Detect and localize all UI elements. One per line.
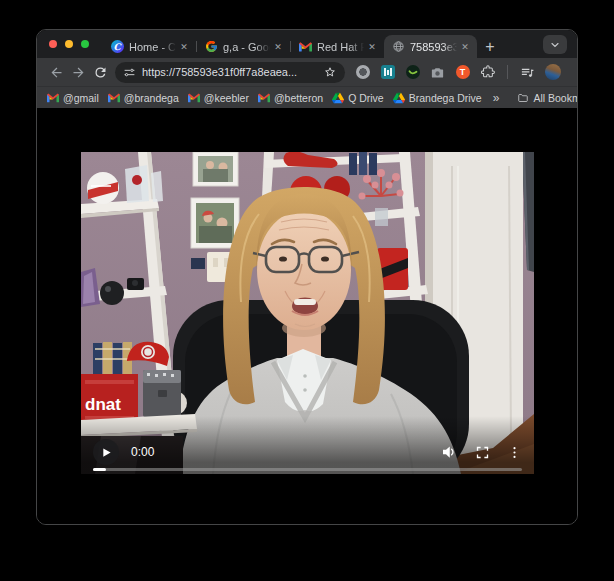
close-tab-icon[interactable]: ✕	[458, 40, 472, 54]
page-content: dnat 0:00	[37, 108, 577, 525]
bookmark-q-drive[interactable]: Q Drive	[332, 92, 384, 104]
svg-text:dnat: dnat	[85, 395, 121, 414]
close-tab-icon[interactable]: ✕	[365, 40, 379, 54]
tab-google-search[interactable]: g,a - Googl ✕	[197, 35, 290, 58]
bookmark-label: Q Drive	[348, 92, 384, 104]
speaker-icon	[440, 443, 458, 461]
orange-t-extension-icon[interactable]: T	[455, 65, 470, 80]
dial-extension-icon[interactable]	[355, 65, 370, 80]
bookmark-label: @betteron	[274, 92, 323, 104]
video-progress-played	[93, 468, 106, 471]
tab-red-hat[interactable]: Red Hat Rec ✕	[291, 35, 384, 58]
video-progress-bar[interactable]	[93, 468, 522, 471]
bookmarks-bar: @gmail @brandega @keebler @betteron Q Dr…	[37, 86, 577, 108]
tab-label: Home - Can	[129, 41, 177, 53]
gmail-icon	[108, 92, 120, 104]
chevron-down-icon	[549, 39, 561, 51]
url-text[interactable]: https://758593e31f0ff7a8eaea...	[142, 66, 317, 78]
back-arrow-icon	[49, 65, 64, 80]
bookmark-gmail[interactable]: @gmail	[47, 92, 99, 104]
bookmark-star-icon[interactable]	[323, 65, 337, 79]
bookmark-betteron[interactable]: @betteron	[258, 92, 323, 104]
extensions-row: T	[355, 64, 578, 80]
photo-frame-bottom	[191, 198, 239, 248]
video-controls: 0:00	[81, 438, 534, 466]
back-button[interactable]	[45, 61, 67, 83]
bookmark-keebler[interactable]: @keebler	[188, 92, 249, 104]
gmail-icon	[47, 92, 59, 104]
address-bar[interactable]: https://758593e31f0ff7a8eaea...	[115, 62, 345, 83]
tab-label: Red Hat Rec	[317, 41, 365, 53]
toolbar: https://758593e31f0ff7a8eaea... T	[37, 58, 577, 86]
video-more-options-button[interactable]	[507, 445, 522, 460]
browser-window: C Home - Can ✕ g,a - Googl ✕ Red Hat Rec…	[36, 29, 578, 525]
tab-home-canva[interactable]: C Home - Can ✕	[103, 35, 196, 58]
tab-label: g,a - Googl	[223, 41, 271, 53]
play-button[interactable]	[93, 439, 119, 465]
tab-search-button[interactable]	[543, 35, 567, 54]
reload-icon	[93, 65, 108, 80]
video-player[interactable]: dnat 0:00	[81, 152, 534, 474]
drive-icon	[332, 92, 344, 104]
folder-icon	[517, 92, 529, 104]
all-bookmarks-label: All Bookmarks	[533, 92, 578, 104]
globe-icon	[391, 40, 405, 54]
camera-extension-icon[interactable]	[430, 65, 445, 80]
bookmark-label: @brandega	[124, 92, 179, 104]
close-tab-icon[interactable]: ✕	[177, 40, 191, 54]
extensions-puzzle-icon[interactable]	[480, 65, 495, 80]
forward-arrow-icon	[71, 65, 86, 80]
teal-bars-extension-icon[interactable]	[380, 65, 395, 80]
new-tab-button[interactable]: +	[477, 35, 503, 58]
gmail-icon	[298, 40, 312, 54]
tab-video-active[interactable]: 758593e31f ✕	[384, 35, 477, 58]
gmail-icon	[258, 92, 270, 104]
reload-button[interactable]	[89, 61, 111, 83]
canva-icon: C	[110, 40, 124, 54]
photo-frame-top	[193, 152, 238, 186]
fullscreen-button[interactable]	[475, 445, 490, 460]
kebab-icon	[507, 445, 522, 460]
traffic-lights	[49, 30, 103, 58]
all-bookmarks-button[interactable]: All Bookmarks	[517, 92, 578, 104]
google-icon	[204, 40, 218, 54]
green-swoosh-extension-icon[interactable]	[405, 65, 420, 80]
close-window-button[interactable]	[49, 40, 57, 48]
volume-button[interactable]	[440, 443, 458, 461]
bookmark-label: Brandega Drive	[409, 92, 482, 104]
gmail-icon	[188, 92, 200, 104]
video-current-time: 0:00	[131, 445, 154, 459]
tab-strip: C Home - Can ✕ g,a - Googl ✕ Red Hat Rec…	[37, 30, 577, 58]
forward-button[interactable]	[67, 61, 89, 83]
site-settings-tune-icon[interactable]	[123, 66, 136, 79]
bookmark-brandega-drive[interactable]: Brandega Drive	[393, 92, 482, 104]
toolbar-divider	[507, 65, 508, 79]
drive-icon	[393, 92, 405, 104]
browser-menu-kebab-icon[interactable]	[571, 65, 578, 80]
tab-label: 758593e31f	[410, 41, 458, 53]
bookmark-brandega[interactable]: @brandega	[108, 92, 179, 104]
profile-avatar[interactable]	[545, 64, 561, 80]
media-controls-icon[interactable]	[520, 65, 535, 80]
play-icon	[101, 447, 112, 458]
bookmark-label: @keebler	[204, 92, 249, 104]
minimize-window-button[interactable]	[65, 40, 73, 48]
zoom-window-button[interactable]	[81, 40, 89, 48]
bookmark-label: @gmail	[63, 92, 99, 104]
bookmarks-overflow-chevron[interactable]: »	[493, 91, 500, 105]
fullscreen-icon	[475, 445, 490, 460]
close-tab-icon[interactable]: ✕	[271, 40, 285, 54]
